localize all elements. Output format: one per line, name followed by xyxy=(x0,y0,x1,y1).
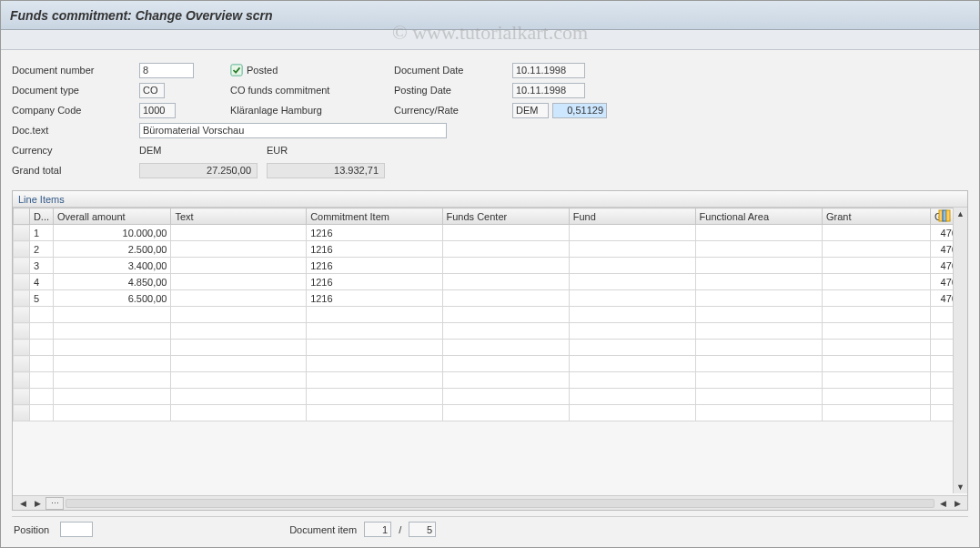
table-row[interactable]: 33.400,0012164760 xyxy=(14,258,967,274)
table-config-icon[interactable] xyxy=(938,209,951,222)
cell-text[interactable] xyxy=(171,225,307,241)
cell-fund[interactable] xyxy=(569,290,695,307)
table-row[interactable]: 22.500,0012164760 xyxy=(14,241,967,258)
cell-commit-item[interactable]: 1216 xyxy=(307,225,442,241)
row-selector[interactable] xyxy=(14,225,30,241)
table-row[interactable] xyxy=(14,307,967,323)
footer-row: Position Document item / xyxy=(12,516,968,542)
row-selector[interactable] xyxy=(14,307,30,323)
cell-fund[interactable] xyxy=(569,274,695,290)
table-row[interactable] xyxy=(14,323,967,340)
col-commit-item[interactable]: Commitment Item xyxy=(307,208,442,225)
col-text[interactable]: Text xyxy=(171,208,307,225)
cell-d[interactable]: 3 xyxy=(29,258,53,274)
col-rowselector[interactable] xyxy=(14,208,30,225)
row-selector[interactable] xyxy=(14,290,30,307)
cell-fund[interactable] xyxy=(569,258,695,274)
cell-d[interactable]: 5 xyxy=(29,290,53,307)
rate-field[interactable] xyxy=(552,103,607,118)
cell-funds-center[interactable] xyxy=(442,241,569,258)
cell-funds-center[interactable] xyxy=(442,290,569,307)
scroll-right-icon[interactable]: ▶ xyxy=(31,497,44,510)
cell-grant[interactable] xyxy=(822,290,930,307)
cell-grant[interactable] xyxy=(822,258,930,274)
cell-func-area[interactable] xyxy=(695,225,822,241)
scroll-right2-icon[interactable]: ▶ xyxy=(951,497,964,510)
cell-overall[interactable]: 2.500,00 xyxy=(54,241,171,258)
scroll-down-icon[interactable]: ▼ xyxy=(955,481,967,493)
cell-commit-item[interactable]: 1216 xyxy=(307,274,442,290)
cell-func-area[interactable] xyxy=(695,258,822,274)
doc-item-current[interactable] xyxy=(364,522,391,537)
table-row[interactable] xyxy=(14,340,967,356)
doc-date-field[interactable] xyxy=(512,63,585,78)
label-doc-number: Document number xyxy=(12,65,139,76)
vertical-scrollbar[interactable]: ▲ ▼ xyxy=(953,208,967,493)
table-row[interactable] xyxy=(14,389,967,405)
doc-number-field[interactable] xyxy=(139,63,194,78)
cell-d[interactable]: 4 xyxy=(29,274,53,290)
line-items-grid[interactable]: D... Overall amount Text Commitment Item… xyxy=(13,208,967,421)
cell-grant[interactable] xyxy=(822,225,930,241)
row-selector[interactable] xyxy=(14,389,30,405)
cell-text[interactable] xyxy=(171,241,307,258)
cell-func-area[interactable] xyxy=(695,241,822,258)
cell-commit-item[interactable]: 1216 xyxy=(307,290,442,307)
row-selector[interactable] xyxy=(14,258,30,274)
row-selector[interactable] xyxy=(14,356,30,372)
cell-overall[interactable]: 4.850,00 xyxy=(54,274,171,290)
cell-fund[interactable] xyxy=(569,241,695,258)
cell-commit-item[interactable]: 1216 xyxy=(307,241,442,258)
cell-funds-center[interactable] xyxy=(442,258,569,274)
doc-text-field[interactable] xyxy=(139,123,447,138)
grid-wrap: D... Overall amount Text Commitment Item… xyxy=(13,208,967,495)
cell-grant[interactable] xyxy=(822,241,930,258)
cell-text[interactable] xyxy=(171,290,307,307)
position-field[interactable] xyxy=(60,522,93,537)
currency-field[interactable] xyxy=(512,103,549,118)
table-row[interactable]: 56.500,0012164760 xyxy=(14,290,967,307)
col-fund[interactable]: Fund xyxy=(569,208,695,225)
cell-func-area[interactable] xyxy=(695,290,822,307)
col-func-area[interactable]: Functional Area xyxy=(695,208,822,225)
table-row[interactable]: 44.850,0012164760 xyxy=(14,274,967,290)
posting-date-field[interactable] xyxy=(512,83,585,98)
scroll-up-icon[interactable]: ▲ xyxy=(955,208,967,220)
scroll-left-icon[interactable]: ◀ xyxy=(16,497,29,510)
horizontal-scrollbar[interactable]: ◀ ▶ ⋯ ◀ ▶ xyxy=(13,495,967,510)
col-overall[interactable]: Overall amount xyxy=(54,208,171,225)
cell-d[interactable]: 1 xyxy=(29,225,53,241)
cell-overall[interactable]: 3.400,00 xyxy=(54,258,171,274)
table-row[interactable] xyxy=(14,405,967,421)
cell-text[interactable] xyxy=(171,258,307,274)
row-selector[interactable] xyxy=(14,323,30,340)
col-grant[interactable]: Grant xyxy=(822,208,930,225)
table-row[interactable] xyxy=(14,356,967,372)
scroll-home-icon[interactable]: ⋯ xyxy=(45,497,64,510)
cell-fund[interactable] xyxy=(569,225,695,241)
cell-overall[interactable]: 6.500,00 xyxy=(54,290,171,307)
cell-func-area[interactable] xyxy=(695,274,822,290)
row-selector[interactable] xyxy=(14,274,30,290)
cell-text[interactable] xyxy=(171,274,307,290)
doc-type-field[interactable] xyxy=(139,83,165,98)
cell-overall[interactable]: 10.000,00 xyxy=(54,225,171,241)
col-funds-center[interactable]: Funds Center xyxy=(442,208,569,225)
table-row[interactable] xyxy=(14,372,967,389)
row-selector[interactable] xyxy=(14,372,30,389)
row-selector[interactable] xyxy=(14,241,30,258)
col-d[interactable]: D... xyxy=(29,208,53,225)
company-code-field[interactable] xyxy=(139,103,176,118)
label-position: Position xyxy=(14,524,53,535)
doc-item-total[interactable] xyxy=(409,522,436,537)
grand-total-local: 27.250,00 xyxy=(139,163,258,178)
cell-funds-center[interactable] xyxy=(442,274,569,290)
cell-grant[interactable] xyxy=(822,274,930,290)
row-selector[interactable] xyxy=(14,340,30,356)
cell-commit-item[interactable]: 1216 xyxy=(307,258,442,274)
scroll-left2-icon[interactable]: ◀ xyxy=(936,497,949,510)
table-row[interactable]: 110.000,0012164760 xyxy=(14,225,967,241)
cell-funds-center[interactable] xyxy=(442,225,569,241)
cell-d[interactable]: 2 xyxy=(29,241,53,258)
row-selector[interactable] xyxy=(14,405,30,421)
